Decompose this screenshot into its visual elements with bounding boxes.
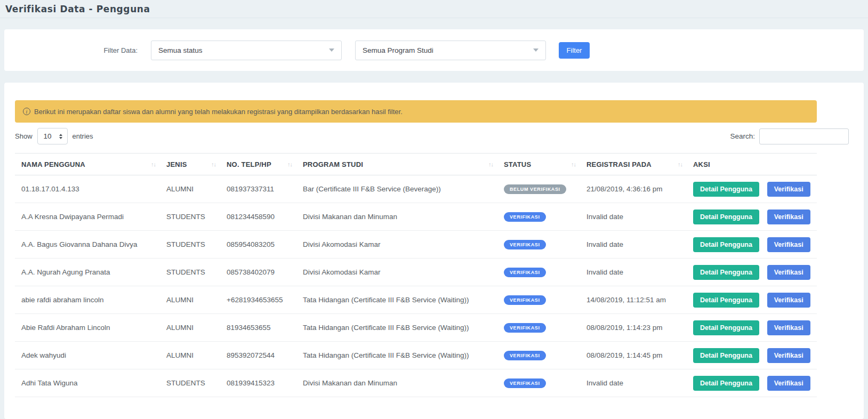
cell-program-studi: Divisi Akomodasi Kamar bbox=[296, 231, 497, 259]
cell-jenis: STUDENTS bbox=[160, 259, 220, 286]
column-header-no-telp-hp[interactable]: NO. TELP/HP↑↓ bbox=[220, 154, 296, 175]
filter-button[interactable]: Filter bbox=[559, 42, 590, 59]
page: Verifikasi Data - Pengguna Filter Data: … bbox=[0, 0, 868, 419]
cell-no-telp: 081937337311 bbox=[220, 175, 296, 203]
up-down-arrows-icon bbox=[59, 134, 62, 139]
cell-nama-pengguna: Abie Rafdi Abraham Lincoln bbox=[15, 314, 160, 342]
detail-pengguna-button[interactable]: Detail Pengguna bbox=[693, 293, 759, 308]
cell-nama-pengguna: abie rafdi abraham lincoln bbox=[15, 286, 160, 314]
column-header-nama-pengguna[interactable]: NAMA PENGGUNA↑↓ bbox=[15, 154, 160, 175]
cell-no-telp: 081939415323 bbox=[220, 369, 296, 397]
cell-status: VERIFIKASI bbox=[497, 286, 580, 314]
cell-jenis: STUDENTS bbox=[160, 203, 220, 231]
status-select-value: Semua status bbox=[158, 46, 203, 54]
table-row: abie rafdi abraham lincoln ALUMNI +62819… bbox=[15, 286, 817, 314]
verifikasi-button[interactable]: Verifikasi bbox=[767, 348, 810, 363]
cell-status: VERIFIKASI bbox=[497, 259, 580, 286]
cell-status: VERIFIKASI bbox=[497, 369, 580, 397]
cell-aksi: Detail Pengguna Verifikasi bbox=[687, 231, 817, 259]
filter-panel: Filter Data: Semua status Semua Program … bbox=[4, 29, 864, 71]
verifikasi-button[interactable]: Verifikasi bbox=[767, 265, 810, 280]
verifikasi-button[interactable]: Verifikasi bbox=[767, 320, 810, 335]
cell-program-studi: Tata Hidangan (Certificate III F&B Servi… bbox=[296, 286, 497, 314]
detail-pengguna-button[interactable]: Detail Pengguna bbox=[693, 237, 759, 252]
detail-pengguna-button[interactable]: Detail Pengguna bbox=[693, 265, 759, 280]
column-label: REGISTRASI PADA bbox=[586, 160, 652, 168]
cell-nama-pengguna: Adhi Tata Wiguna bbox=[15, 369, 160, 397]
detail-pengguna-button[interactable]: Detail Pengguna bbox=[693, 348, 759, 363]
column-label: JENIS bbox=[166, 160, 187, 168]
table-row: 01.18.17.01.4.133 ALUMNI 081937337311 Ba… bbox=[15, 175, 817, 203]
cell-registrasi-pada: 08/08/2019, 1:14:45 pm bbox=[580, 342, 687, 369]
cell-registrasi-pada: 21/08/2019, 4:36:16 pm bbox=[580, 175, 687, 203]
verifikasi-button[interactable]: Verifikasi bbox=[767, 376, 810, 391]
users-table: NAMA PENGGUNA↑↓JENIS↑↓NO. TELP/HP↑↓PROGR… bbox=[15, 153, 817, 397]
cell-registrasi-pada: Invalid date bbox=[580, 231, 687, 259]
cell-no-telp: 081234458590 bbox=[220, 203, 296, 231]
cell-status: VERIFIKASI bbox=[497, 231, 580, 259]
verifikasi-button[interactable]: Verifikasi bbox=[767, 210, 810, 224]
cell-status: VERIFIKASI bbox=[497, 203, 580, 231]
detail-pengguna-button[interactable]: Detail Pengguna bbox=[693, 182, 759, 197]
cell-no-telp: 085738402079 bbox=[220, 259, 296, 286]
page-header: Verifikasi Data - Pengguna bbox=[0, 0, 868, 18]
cell-program-studi: Divisi Makanan dan Minuman bbox=[296, 203, 497, 231]
table-row: A.A. Bagus Giovanna Dahana Divya STUDENT… bbox=[15, 231, 817, 259]
cell-nama-pengguna: 01.18.17.01.4.133 bbox=[15, 175, 160, 203]
cell-registrasi-pada: Invalid date bbox=[580, 203, 687, 231]
cell-no-telp: 81934653655 bbox=[220, 314, 296, 342]
column-header-jenis[interactable]: JENIS↑↓ bbox=[160, 154, 220, 175]
search-input[interactable] bbox=[759, 128, 849, 144]
status-badge: VERIFIKASI bbox=[504, 351, 546, 360]
cell-no-telp: +6281934653655 bbox=[220, 286, 296, 314]
table-row: Adhi Tata Wiguna STUDENTS 081939415323 D… bbox=[15, 369, 817, 397]
cell-no-telp: 895392072544 bbox=[220, 342, 296, 369]
cell-nama-pengguna: A.A. Bagus Giovanna Dahana Divya bbox=[15, 231, 160, 259]
info-icon: i bbox=[23, 108, 30, 115]
cell-jenis: STUDENTS bbox=[160, 369, 220, 397]
column-header-status[interactable]: STATUS↑↓ bbox=[497, 154, 580, 175]
entries-per-page-select[interactable]: 10 bbox=[37, 128, 68, 144]
cell-registrasi-pada: 08/08/2019, 1:14:23 pm bbox=[580, 314, 687, 342]
chevron-down-icon bbox=[533, 49, 539, 52]
verifikasi-button[interactable]: Verifikasi bbox=[767, 182, 810, 197]
page-title: Verifikasi Data - Pengguna bbox=[5, 4, 150, 14]
show-entries-control: Show 10 entries bbox=[15, 128, 93, 144]
table-header-row: NAMA PENGGUNA↑↓JENIS↑↓NO. TELP/HP↑↓PROGR… bbox=[15, 154, 817, 175]
verifikasi-button[interactable]: Verifikasi bbox=[767, 237, 810, 252]
info-banner: i Berikut ini merupakan daftar siswa dan… bbox=[15, 100, 817, 123]
column-header-registrasi-pada[interactable]: REGISTRASI PADA↑↓ bbox=[580, 154, 687, 175]
show-label: Show bbox=[15, 132, 33, 140]
column-label: AKSI bbox=[693, 160, 710, 168]
table-row: Adek wahyudi ALUMNI 895392072544 Tata Hi… bbox=[15, 342, 817, 369]
sort-arrows-icon: ↑↓ bbox=[151, 161, 156, 167]
cell-jenis: ALUMNI bbox=[160, 314, 220, 342]
detail-pengguna-button[interactable]: Detail Pengguna bbox=[693, 376, 759, 391]
status-select[interactable]: Semua status bbox=[151, 41, 342, 60]
column-label: PROGRAM STUDI bbox=[303, 160, 363, 168]
cell-status: BELUM VERIFIKASI bbox=[497, 175, 580, 203]
search-label: Search: bbox=[730, 132, 755, 140]
detail-pengguna-button[interactable]: Detail Pengguna bbox=[693, 210, 759, 224]
cell-nama-pengguna: A.A Kresna Dwipayana Permadi bbox=[15, 203, 160, 231]
status-badge: VERIFIKASI bbox=[504, 212, 546, 222]
cell-aksi: Detail Pengguna Verifikasi bbox=[687, 369, 817, 397]
cell-jenis: ALUMNI bbox=[160, 175, 220, 203]
sort-arrows-icon: ↑↓ bbox=[287, 161, 292, 167]
sort-arrows-icon: ↑↓ bbox=[571, 161, 576, 167]
program-studi-select[interactable]: Semua Program Studi bbox=[355, 41, 546, 60]
status-badge: BELUM VERIFIKASI bbox=[504, 184, 566, 194]
column-header-program-studi[interactable]: PROGRAM STUDI↑↓ bbox=[296, 154, 497, 175]
sort-arrows-icon: ↑↓ bbox=[488, 161, 493, 167]
sort-arrows-icon: ↑↓ bbox=[211, 161, 216, 167]
cell-aksi: Detail Pengguna Verifikasi bbox=[687, 342, 817, 369]
sort-arrows-icon: ↑↓ bbox=[678, 161, 682, 167]
cell-no-telp: 085954083205 bbox=[220, 231, 296, 259]
cell-jenis: ALUMNI bbox=[160, 286, 220, 314]
column-label: NAMA PENGGUNA bbox=[21, 160, 85, 168]
verifikasi-button[interactable]: Verifikasi bbox=[767, 293, 810, 308]
detail-pengguna-button[interactable]: Detail Pengguna bbox=[693, 320, 759, 335]
table-panel: i Berikut ini merupakan daftar siswa dan… bbox=[4, 83, 864, 419]
status-badge: VERIFIKASI bbox=[504, 268, 546, 277]
cell-program-studi: Bar (Certificate III F&B Service (Bevera… bbox=[296, 175, 497, 203]
